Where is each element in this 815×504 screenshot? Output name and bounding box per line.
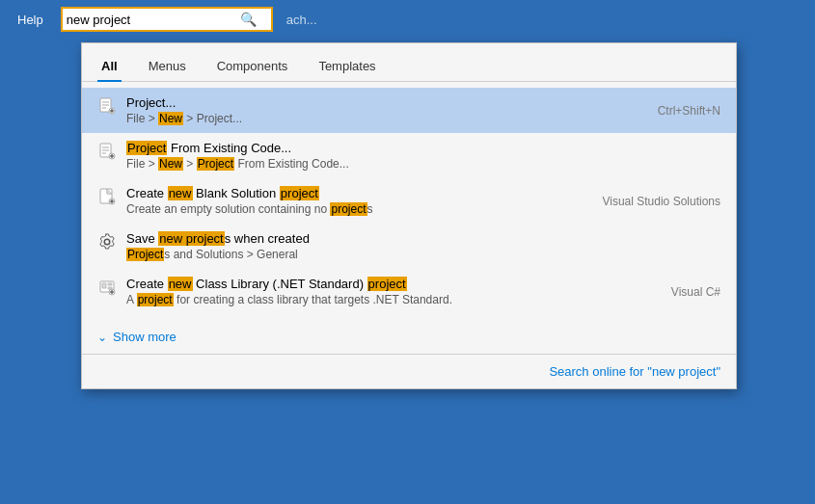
svg-rect-20 [102,283,106,288]
result-subtitle: File > New > Project From Existing Code.… [126,157,711,171]
top-bar: Help 🔍 ach... [0,0,815,39]
search-icon-button[interactable]: 🔍 [236,12,260,27]
tab-menus[interactable]: Menus [145,53,190,81]
blankfile-icon [97,187,117,206]
svg-rect-21 [108,283,112,285]
result-content: Project From Existing Code... File > New… [126,141,711,171]
help-label: Help [10,9,51,31]
result-item[interactable]: Create new Blank Solution project Create… [82,178,736,224]
result-badge: Ctrl+Shift+N [658,104,720,118]
show-more-button[interactable]: ⌄ Show more [82,320,736,354]
result-subtitle: A project for creating a class library t… [126,293,662,306]
chevron-down-icon: ⌄ [97,331,107,344]
search-dropdown: All Menus Components Templates Project..… [81,42,737,389]
result-title: Project From Existing Code... [126,141,711,155]
gear-icon [97,232,117,252]
result-subtitle: Projects and Solutions > General [126,248,711,261]
result-content: Project... File > New > Project... [126,95,648,125]
results-list: Project... File > New > Project... Ctrl+… [82,82,736,320]
result-item[interactable]: Save new projects when created Projects … [82,224,736,269]
result-content: Save new projects when created Projects … [126,231,711,261]
tab-templates[interactable]: Templates [314,53,379,81]
newfile-icon [97,96,117,116]
show-more-label: Show more [113,330,177,344]
result-item[interactable]: Project... File > New > Project... Ctrl+… [82,88,736,133]
result-title: Create new Blank Solution project [126,186,592,200]
result-badge: Visual Studio Solutions [602,195,720,208]
search-input[interactable] [63,13,236,27]
newfile-icon [97,142,117,161]
result-item[interactable]: Create new Class Library (.NET Standard)… [82,269,736,314]
result-content: Create new Class Library (.NET Standard)… [126,277,662,306]
search-box: 🔍 [61,7,273,32]
result-content: Create new Blank Solution project Create… [126,186,592,216]
classlibrary-icon [97,278,117,297]
result-subtitle: Create an empty solution containing no p… [126,202,592,216]
tab-components[interactable]: Components [213,53,292,81]
result-subtitle: File > New > Project... [126,112,648,125]
result-title: Save new projects when created [126,231,711,246]
result-badge: Visual C# [671,285,720,299]
nav-extra: ach... [286,13,317,27]
search-online-link[interactable]: Search online for "new project" [549,364,720,379]
result-title: Project... [126,95,648,110]
tabs-bar: All Menus Components Templates [82,43,736,82]
tab-all[interactable]: All [97,53,122,81]
search-online-bar: Search online for "new project" [82,354,736,388]
result-title: Create new Class Library (.NET Standard)… [126,277,662,291]
result-item[interactable]: Project From Existing Code... File > New… [82,133,736,178]
